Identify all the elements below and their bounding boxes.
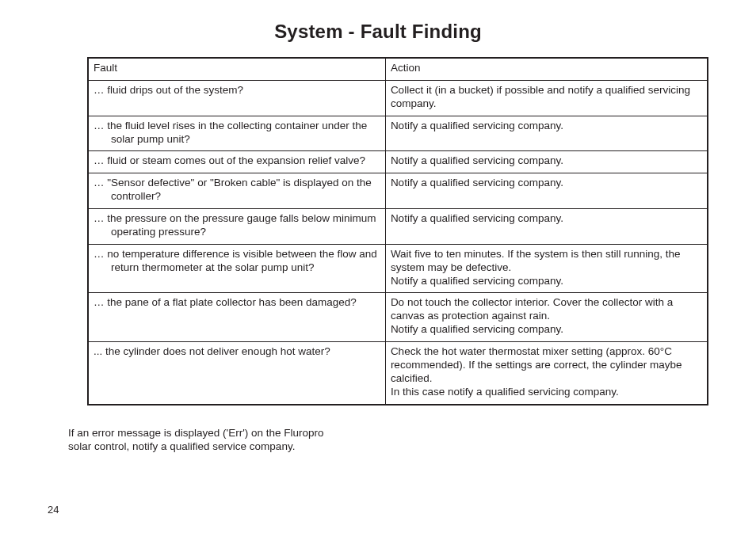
page-number: 24 — [48, 504, 59, 516]
fault-cell: … "Sensor defective" or "Broken cable" i… — [89, 173, 386, 209]
action-cell: Notify a qualified servicing company. — [385, 151, 707, 173]
table-row: … no temperature difference is visible b… — [89, 244, 708, 293]
table-row: … "Sensor defective" or "Broken cable" i… — [89, 173, 708, 209]
table-header-row: Fault Action — [89, 59, 708, 81]
fault-cell: … no temperature difference is visible b… — [89, 244, 386, 293]
fault-cell: … fluid or steam comes out of the expans… — [89, 151, 386, 173]
fault-table-wrapper: Fault Action … fluid drips out of the sy… — [87, 57, 708, 405]
fault-cell: … the fluid level rises in the collectin… — [89, 116, 386, 151]
note-line: If an error message is displayed ('Err')… — [68, 427, 324, 439]
action-cell: Notify a qualified servicing company. — [385, 209, 707, 245]
action-cell: Wait five to ten minutes. If the system … — [385, 244, 707, 293]
fault-table: Fault Action … fluid drips out of the sy… — [88, 58, 708, 405]
action-cell: Do not touch the collector interior. Cov… — [385, 293, 707, 342]
table-row: … the fluid level rises in the collectin… — [89, 116, 708, 151]
fault-cell: … the pane of a flat plate collector has… — [89, 293, 386, 342]
page-title: System - Fault Finding — [40, 21, 716, 43]
table-row: … fluid or steam comes out of the expans… — [89, 151, 708, 173]
action-cell: Check the hot water thermostat mixer set… — [385, 342, 707, 405]
fault-cell: … fluid drips out of the system? — [89, 80, 386, 116]
action-cell: Notify a qualified servicing company. — [385, 116, 707, 151]
fault-cell: … the pressure on the pressure gauge fal… — [89, 209, 386, 245]
action-cell: Notify a qualified servicing company. — [385, 173, 707, 209]
col-header-fault: Fault — [89, 59, 386, 81]
col-header-action: Action — [385, 59, 707, 81]
footer-note: If an error message is displayed ('Err')… — [68, 426, 369, 454]
table-row: … fluid drips out of the system? Collect… — [89, 80, 708, 116]
table-row: ... the cylinder does not deliver enough… — [89, 342, 708, 405]
note-line: solar control, notify a qualified servic… — [68, 440, 295, 452]
table-row: … the pane of a flat plate collector has… — [89, 293, 708, 342]
table-row: … the pressure on the pressure gauge fal… — [89, 209, 708, 245]
action-cell: Collect it (in a bucket) if possible and… — [385, 80, 707, 116]
fault-cell: ... the cylinder does not deliver enough… — [89, 342, 386, 405]
page: System - Fault Finding Fault Action … fl… — [0, 0, 756, 533]
